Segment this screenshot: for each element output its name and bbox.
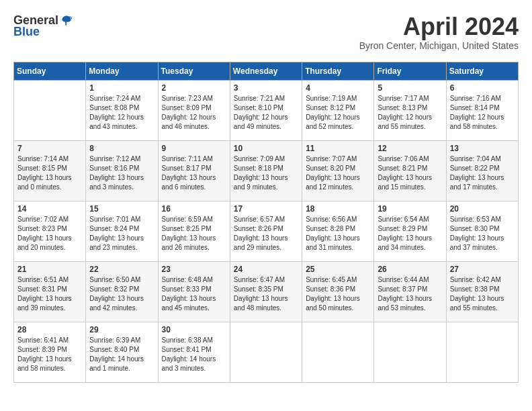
day-number: 14 xyxy=(17,204,82,214)
calendar-cell: 27Sunrise: 6:42 AM Sunset: 8:38 PM Dayli… xyxy=(446,261,518,322)
day-info: Sunrise: 6:54 AM Sunset: 8:29 PM Dayligh… xyxy=(378,215,442,253)
column-header-wednesday: Wednesday xyxy=(230,62,302,80)
day-number: 25 xyxy=(306,265,370,274)
day-number: 7 xyxy=(17,144,82,153)
calendar-cell: 28Sunrise: 6:41 AM Sunset: 8:39 PM Dayli… xyxy=(14,322,86,382)
day-number: 30 xyxy=(162,325,226,334)
day-info: Sunrise: 7:21 AM Sunset: 8:10 PM Dayligh… xyxy=(234,94,298,132)
column-header-sunday: Sunday xyxy=(14,62,86,80)
day-info: Sunrise: 7:23 AM Sunset: 8:09 PM Dayligh… xyxy=(162,94,226,132)
day-number: 24 xyxy=(234,265,298,274)
day-info: Sunrise: 6:51 AM Sunset: 8:31 PM Dayligh… xyxy=(17,275,82,313)
calendar-week-row: 14Sunrise: 7:02 AM Sunset: 8:23 PM Dayli… xyxy=(14,201,519,261)
day-number: 8 xyxy=(89,144,154,153)
day-info: Sunrise: 7:16 AM Sunset: 8:14 PM Dayligh… xyxy=(450,94,515,132)
day-number: 17 xyxy=(234,204,298,214)
title-area: April 2024 Byron Center, Michigan, Unite… xyxy=(359,13,519,51)
calendar-cell xyxy=(374,322,446,382)
calendar-week-row: 7Sunrise: 7:14 AM Sunset: 8:15 PM Daylig… xyxy=(14,140,519,201)
day-info: Sunrise: 6:57 AM Sunset: 8:26 PM Dayligh… xyxy=(234,215,298,253)
location-text: Byron Center, Michigan, United States xyxy=(359,40,519,51)
day-number: 28 xyxy=(17,325,82,334)
calendar-cell: 20Sunrise: 6:53 AM Sunset: 8:30 PM Dayli… xyxy=(446,201,518,261)
day-info: Sunrise: 6:47 AM Sunset: 8:35 PM Dayligh… xyxy=(234,275,298,313)
calendar-cell: 23Sunrise: 6:48 AM Sunset: 8:33 PM Dayli… xyxy=(158,261,230,322)
day-number: 21 xyxy=(17,265,82,274)
day-number: 13 xyxy=(450,144,515,153)
logo: General Blue xyxy=(13,13,73,39)
day-info: Sunrise: 7:11 AM Sunset: 8:17 PM Dayligh… xyxy=(162,154,226,192)
calendar-cell: 24Sunrise: 6:47 AM Sunset: 8:35 PM Dayli… xyxy=(230,261,302,322)
day-number: 2 xyxy=(162,83,226,93)
day-info: Sunrise: 6:50 AM Sunset: 8:32 PM Dayligh… xyxy=(89,275,154,313)
calendar-cell: 11Sunrise: 7:07 AM Sunset: 8:20 PM Dayli… xyxy=(302,140,374,201)
day-number: 26 xyxy=(378,265,442,274)
day-info: Sunrise: 7:12 AM Sunset: 8:16 PM Dayligh… xyxy=(89,154,154,192)
day-number: 1 xyxy=(89,83,154,93)
day-number: 9 xyxy=(162,144,226,153)
day-number: 12 xyxy=(378,144,442,153)
day-info: Sunrise: 6:39 AM Sunset: 8:40 PM Dayligh… xyxy=(89,336,154,373)
day-info: Sunrise: 7:19 AM Sunset: 8:12 PM Dayligh… xyxy=(306,94,370,132)
calendar-cell: 18Sunrise: 6:56 AM Sunset: 8:28 PM Dayli… xyxy=(302,201,374,261)
day-info: Sunrise: 7:17 AM Sunset: 8:13 PM Dayligh… xyxy=(378,94,442,132)
calendar-cell xyxy=(302,322,374,382)
calendar-cell: 5Sunrise: 7:17 AM Sunset: 8:13 PM Daylig… xyxy=(374,80,446,140)
calendar-week-row: 28Sunrise: 6:41 AM Sunset: 8:39 PM Dayli… xyxy=(14,322,519,382)
column-header-thursday: Thursday xyxy=(302,62,374,80)
calendar-cell: 8Sunrise: 7:12 AM Sunset: 8:16 PM Daylig… xyxy=(86,140,158,201)
calendar-table: SundayMondayTuesdayWednesdayThursdayFrid… xyxy=(13,62,519,383)
calendar-cell: 1Sunrise: 7:24 AM Sunset: 8:08 PM Daylig… xyxy=(86,80,158,140)
column-header-monday: Monday xyxy=(86,62,158,80)
day-number: 5 xyxy=(378,83,442,93)
calendar-cell: 12Sunrise: 7:06 AM Sunset: 8:21 PM Dayli… xyxy=(374,140,446,201)
calendar-cell: 26Sunrise: 6:44 AM Sunset: 8:37 PM Dayli… xyxy=(374,261,446,322)
day-info: Sunrise: 7:06 AM Sunset: 8:21 PM Dayligh… xyxy=(378,154,442,192)
day-number: 10 xyxy=(234,144,298,153)
month-title: April 2024 xyxy=(359,13,519,40)
calendar-cell: 29Sunrise: 6:39 AM Sunset: 8:40 PM Dayli… xyxy=(86,322,158,382)
day-number: 27 xyxy=(450,265,515,274)
day-number: 19 xyxy=(378,204,442,214)
day-number: 23 xyxy=(162,265,226,274)
day-number: 20 xyxy=(450,204,515,214)
logo-blue-text: Blue xyxy=(13,25,40,39)
calendar-cell: 7Sunrise: 7:14 AM Sunset: 8:15 PM Daylig… xyxy=(14,140,86,201)
calendar-cell: 17Sunrise: 6:57 AM Sunset: 8:26 PM Dayli… xyxy=(230,201,302,261)
day-info: Sunrise: 6:59 AM Sunset: 8:25 PM Dayligh… xyxy=(162,215,226,253)
calendar-cell: 19Sunrise: 6:54 AM Sunset: 8:29 PM Dayli… xyxy=(374,201,446,261)
calendar-cell: 3Sunrise: 7:21 AM Sunset: 8:10 PM Daylig… xyxy=(230,80,302,140)
day-info: Sunrise: 7:04 AM Sunset: 8:22 PM Dayligh… xyxy=(450,154,515,192)
calendar-cell: 2Sunrise: 7:23 AM Sunset: 8:09 PM Daylig… xyxy=(158,80,230,140)
calendar-cell xyxy=(446,322,518,382)
day-number: 22 xyxy=(89,265,154,274)
day-info: Sunrise: 6:38 AM Sunset: 8:41 PM Dayligh… xyxy=(162,336,226,373)
calendar-week-row: 21Sunrise: 6:51 AM Sunset: 8:31 PM Dayli… xyxy=(14,261,519,322)
day-number: 16 xyxy=(162,204,226,214)
column-header-tuesday: Tuesday xyxy=(158,62,230,80)
column-header-saturday: Saturday xyxy=(446,62,518,80)
day-number: 6 xyxy=(450,83,515,93)
day-info: Sunrise: 6:42 AM Sunset: 8:38 PM Dayligh… xyxy=(450,275,515,313)
calendar-cell: 6Sunrise: 7:16 AM Sunset: 8:14 PM Daylig… xyxy=(446,80,518,140)
calendar-cell: 30Sunrise: 6:38 AM Sunset: 8:41 PM Dayli… xyxy=(158,322,230,382)
day-number: 3 xyxy=(234,83,298,93)
day-info: Sunrise: 6:41 AM Sunset: 8:39 PM Dayligh… xyxy=(17,336,82,373)
day-number: 15 xyxy=(89,204,154,214)
calendar-cell: 9Sunrise: 7:11 AM Sunset: 8:17 PM Daylig… xyxy=(158,140,230,201)
day-number: 29 xyxy=(89,325,154,334)
calendar-cell: 16Sunrise: 6:59 AM Sunset: 8:25 PM Dayli… xyxy=(158,201,230,261)
day-info: Sunrise: 6:45 AM Sunset: 8:36 PM Dayligh… xyxy=(306,275,370,313)
day-info: Sunrise: 7:09 AM Sunset: 8:18 PM Dayligh… xyxy=(234,154,298,192)
calendar-cell xyxy=(14,80,86,140)
page-header: General Blue April 2024 Byron Center, Mi… xyxy=(13,13,519,51)
calendar-header-row: SundayMondayTuesdayWednesdayThursdayFrid… xyxy=(14,62,519,80)
day-info: Sunrise: 6:56 AM Sunset: 8:28 PM Dayligh… xyxy=(306,215,370,253)
day-number: 18 xyxy=(306,204,370,214)
day-info: Sunrise: 6:53 AM Sunset: 8:30 PM Dayligh… xyxy=(450,215,515,253)
calendar-cell: 4Sunrise: 7:19 AM Sunset: 8:12 PM Daylig… xyxy=(302,80,374,140)
calendar-week-row: 1Sunrise: 7:24 AM Sunset: 8:08 PM Daylig… xyxy=(14,80,519,140)
day-info: Sunrise: 6:44 AM Sunset: 8:37 PM Dayligh… xyxy=(378,275,442,313)
calendar-cell: 10Sunrise: 7:09 AM Sunset: 8:18 PM Dayli… xyxy=(230,140,302,201)
calendar-cell: 21Sunrise: 6:51 AM Sunset: 8:31 PM Dayli… xyxy=(14,261,86,322)
